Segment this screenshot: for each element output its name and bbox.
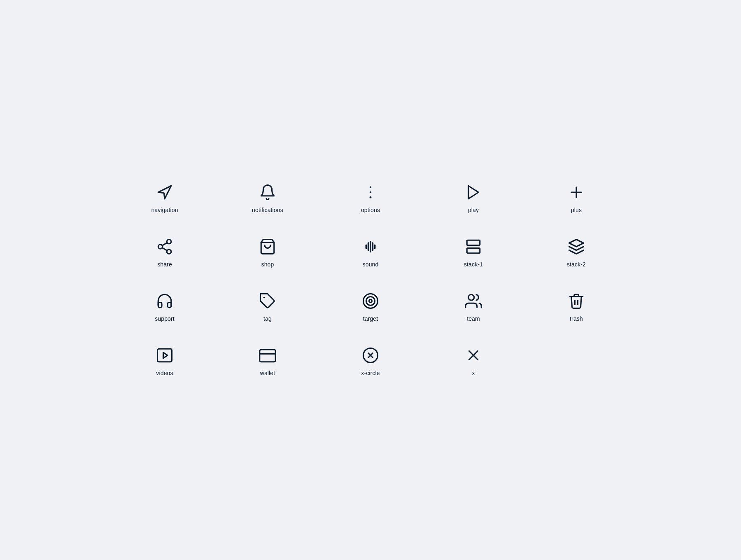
notifications-icon <box>259 184 276 201</box>
svg-line-13 <box>162 248 167 251</box>
svg-rect-22 <box>467 240 480 245</box>
videos-label: videos <box>156 370 173 376</box>
plus-icon <box>568 184 585 201</box>
navigation-icon <box>156 184 173 201</box>
play-icon <box>465 184 482 201</box>
icon-item-play[interactable]: play <box>430 184 517 213</box>
svg-point-6 <box>370 196 372 198</box>
icon-item-x-circle[interactable]: x-circle <box>327 347 414 376</box>
x-icon <box>465 347 482 364</box>
x-circle-label: x-circle <box>361 370 380 376</box>
icon-item-trash[interactable]: trash <box>533 292 620 322</box>
stack-2-label: stack-2 <box>567 261 586 268</box>
svg-point-4 <box>370 186 372 188</box>
videos-icon <box>156 347 173 364</box>
svg-rect-29 <box>158 349 172 362</box>
share-icon <box>156 238 173 255</box>
icon-item-shop[interactable]: shop <box>224 238 311 268</box>
icon-item-tag[interactable]: tag <box>224 292 311 322</box>
tag-label: tag <box>263 315 272 322</box>
shop-icon <box>259 238 276 255</box>
icon-item-videos[interactable]: videos <box>121 347 208 376</box>
svg-point-26 <box>369 300 372 303</box>
svg-point-25 <box>366 297 375 306</box>
navigation-label: navigation <box>151 207 178 213</box>
stack-1-icon <box>465 238 482 255</box>
svg-point-24 <box>364 294 378 308</box>
svg-line-14 <box>162 243 167 245</box>
stack-1-label: stack-1 <box>464 261 483 268</box>
svg-marker-0 <box>158 186 171 199</box>
stack-2-icon <box>568 238 585 255</box>
options-label: options <box>361 207 380 213</box>
icon-item-sound[interactable]: sound <box>327 238 414 268</box>
trash-label: trash <box>570 315 583 322</box>
icon-item-options[interactable]: options <box>327 184 414 213</box>
wallet-label: wallet <box>260 370 275 376</box>
shop-label: shop <box>261 261 274 268</box>
svg-point-27 <box>468 294 474 300</box>
icon-item-team[interactable]: team <box>430 292 517 322</box>
icon-item-share[interactable]: share <box>121 238 208 268</box>
support-label: support <box>155 315 175 322</box>
options-icon <box>362 184 379 201</box>
svg-rect-21 <box>467 248 480 253</box>
icon-item-support[interactable]: support <box>121 292 208 322</box>
support-icon <box>156 292 173 310</box>
team-label: team <box>467 315 480 322</box>
notifications-label: notifications <box>252 207 283 213</box>
x-label: x <box>472 370 475 376</box>
target-label: target <box>363 315 378 322</box>
play-label: play <box>468 207 479 213</box>
target-icon <box>362 292 379 310</box>
icon-item-stack-2[interactable]: stack-2 <box>533 238 620 268</box>
icon-item-stack-1[interactable]: stack-1 <box>430 238 517 268</box>
icon-item-plus[interactable]: plus <box>533 184 620 213</box>
icon-item-wallet[interactable]: wallet <box>224 347 311 376</box>
icon-item-x[interactable]: x <box>430 347 517 376</box>
svg-marker-30 <box>163 352 168 358</box>
team-icon <box>465 292 482 310</box>
x-circle-icon <box>362 347 379 364</box>
icon-item-notifications[interactable]: notifications <box>224 184 311 213</box>
plus-label: plus <box>571 207 582 213</box>
tag-icon <box>259 292 276 310</box>
share-label: share <box>157 261 172 268</box>
sound-icon <box>362 238 379 255</box>
svg-point-5 <box>370 191 372 194</box>
icon-item-navigation[interactable]: navigation <box>121 184 208 213</box>
svg-rect-28 <box>574 294 579 296</box>
sound-label: sound <box>363 261 379 268</box>
svg-marker-7 <box>468 186 479 199</box>
icon-grid: navigation notifications options play <box>89 151 652 409</box>
trash-icon <box>568 292 585 310</box>
icon-item-target[interactable]: target <box>327 292 414 322</box>
wallet-icon <box>259 347 276 364</box>
